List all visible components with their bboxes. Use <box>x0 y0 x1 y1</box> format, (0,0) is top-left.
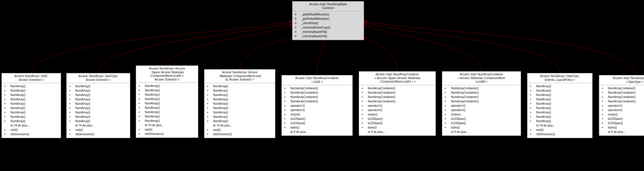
visibility: + <box>443 112 450 117</box>
visibility: + <box>529 97 535 101</box>
member-row: +NumArray() <box>529 84 591 88</box>
uml-class-child[interactable]: Arcane::impl::NumArrayContainer < Arcane… <box>442 71 521 136</box>
visibility: + <box>360 121 367 125</box>
uml-class-child[interactable]: Arcane::NumArray< DataType, Extents, Lay… <box>527 73 593 138</box>
class-title: Arcane::impl::NumArrayBase Common <box>292 1 364 11</box>
class-title: Arcane::NumArray< DataType, Arcane::Exte… <box>67 73 130 83</box>
member-name: to1DSpan() <box>607 121 644 125</box>
visibility: + <box>68 115 74 119</box>
member-row: +NumArray() <box>68 97 129 101</box>
member-name: NumArray() <box>535 97 591 101</box>
class-title: Arcane::impl::NumArrayContainer < Arcane… <box>442 72 521 85</box>
member-name: nbDimension() <box>9 132 60 136</box>
uml-class-child[interactable]: Arcane::NumArray< Arccore ::Span< Arcane… <box>136 65 198 138</box>
member-name: NumArrayContainer() <box>289 90 351 95</box>
member-name: et 9 de plus... <box>607 130 644 134</box>
member-row: +NumArrayContainer() <box>283 90 351 95</box>
member-name: operator=() <box>289 104 351 108</box>
member-row: +rank() <box>68 128 129 132</box>
uml-class-child[interactable]: Arcane::impl::NumArrayContainer < DataTy… <box>599 75 644 136</box>
member-row: +to1DSpan() <box>443 121 520 125</box>
class-members: +NumArrayContainer()+NumArrayContainer()… <box>599 85 644 136</box>
member-row: +NumArray() <box>206 84 274 88</box>
member-name: NumArray() <box>144 84 197 88</box>
member-name: _memoryAwareFill() <box>300 30 363 34</box>
visibility: + <box>600 86 607 90</box>
member-name: et 74 de plus... <box>74 123 129 128</box>
visibility: + <box>529 106 535 110</box>
member-name: NumArrayContainer() <box>289 86 351 90</box>
member-name: operator=() <box>450 104 520 108</box>
visibility: + <box>360 95 367 99</box>
visibility: + <box>206 88 212 93</box>
uml-class-child[interactable]: Arcane::NumArray< DataType, Arcane::Exte… <box>66 73 130 138</box>
member-row: #_getDefaultAllocator() <box>294 17 363 21</box>
member-name: NumArrayContainer() <box>607 86 644 90</box>
visibility: + <box>360 90 367 95</box>
uml-class-child[interactable]: Arcane::impl::NumArrayContainer < Int32 … <box>281 75 353 136</box>
member-name: NumArray() <box>9 88 60 93</box>
visibility: + <box>137 84 144 88</box>
member-name: NumArrayContainer() <box>289 99 351 104</box>
uml-class-child[interactable]: Arcane::NumArray< Int32, Arcane::Extents… <box>1 73 61 138</box>
uml-class-child[interactable]: Arcane::impl::NumArrayContainer < Arccor… <box>359 71 436 136</box>
member-name: nbDimension() <box>74 132 129 136</box>
member-name: rank() <box>74 128 129 132</box>
member-row: +NumArray() <box>529 97 591 101</box>
visibility: + <box>68 101 74 106</box>
member-row: +NumArray() <box>137 110 197 114</box>
visibility: + <box>600 125 607 130</box>
member-name: NumArray() <box>9 93 60 97</box>
visibility: + <box>360 125 367 130</box>
member-row: +resize() <box>443 112 520 117</box>
member-row: +NumArray() <box>529 93 591 97</box>
member-row: +NumArray() <box>3 119 60 123</box>
member-name: bytes() <box>607 125 644 130</box>
member-name: resize() <box>367 112 434 117</box>
member-name: et 9 de plus... <box>367 130 434 134</box>
visibility: + <box>283 104 289 108</box>
member-row: et 74 de plus... <box>206 123 274 128</box>
class-members: +NumArrayContainer()+NumArrayContainer()… <box>442 85 521 136</box>
member-row: +operator=() <box>360 104 434 108</box>
member-row: +NumArray() <box>529 88 591 93</box>
member-row: #_memoryAwareFill() <box>294 30 363 34</box>
member-name: _checkHost() <box>300 21 363 25</box>
visibility: + <box>443 121 450 125</box>
member-name: NumArray() <box>144 88 197 92</box>
member-name: NumArray() <box>535 93 591 97</box>
member-row: +operator=() <box>360 108 434 112</box>
member-name: NumArray() <box>535 101 591 106</box>
member-row: +NumArrayContainer() <box>443 95 520 99</box>
member-name: resize() <box>607 112 644 117</box>
member-name: bytes() <box>367 125 434 130</box>
member-name: NumArray() <box>9 119 60 123</box>
member-row: et 74 de plus... <box>137 123 197 127</box>
visibility: + <box>137 119 144 123</box>
class-title: Arcane::NumArray< DataType, Extents, Lay… <box>527 73 592 83</box>
member-name: NumArray() <box>535 84 591 88</box>
member-name: NumArray() <box>144 114 197 119</box>
class-title: Arcane::NumArray< Int32, Arcane::Extents… <box>2 73 61 83</box>
member-name: NumArray() <box>212 88 274 93</box>
visibility: + <box>3 106 9 110</box>
member-row: #_getDefaultAllocator() <box>294 12 363 17</box>
member-row: +to1DSpan() <box>283 121 351 125</box>
member-name: NumArray() <box>74 110 129 115</box>
uml-class-child[interactable]: Arcane::NumArray< Arcane ::Materials::Co… <box>204 69 275 138</box>
member-row: +NumArrayContainer() <box>360 86 434 90</box>
visibility: + <box>137 92 144 97</box>
member-name: to1DSpan() <box>367 121 434 125</box>
member-name: _memoryAwareCopy() <box>300 25 363 30</box>
member-name: NumArray() <box>74 88 129 93</box>
class-title: Arcane::impl::NumArrayContainer < Arccor… <box>359 72 436 85</box>
visibility: + <box>443 90 450 95</box>
visibility: + <box>529 132 535 136</box>
uml-class-root[interactable]: Arcane::impl::NumArrayBase Common #_getD… <box>292 1 364 40</box>
member-name: NumArray() <box>9 110 60 115</box>
member-row: +NumArray() <box>529 115 591 119</box>
visibility: + <box>600 99 607 104</box>
member-row: et 9 de plus... <box>600 130 644 134</box>
class-title: Arcane::impl::NumArrayContainer < DataTy… <box>599 75 644 85</box>
member-row: et 74 de plus... <box>529 123 591 128</box>
